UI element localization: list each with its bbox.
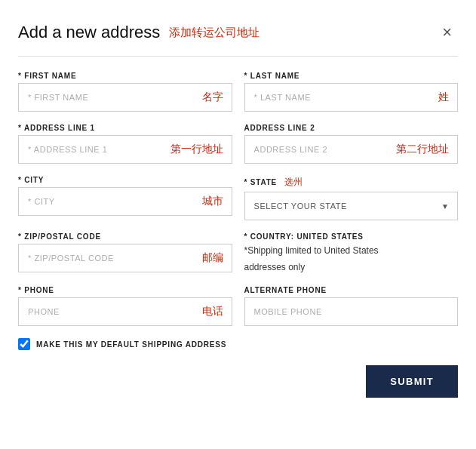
modal-header: Add a new address 添加转运公司地址 × [18, 21, 458, 57]
address-line1-input[interactable] [18, 135, 232, 164]
zip-label: * ZIP/POSTAL CODE [18, 232, 232, 241]
alternate-phone-label: ALTERNATE PHONE [244, 286, 459, 294]
city-input[interactable] [18, 187, 232, 216]
first-name-field: * FIRST NAME 名字 [18, 72, 232, 112]
close-button[interactable]: × [436, 21, 458, 44]
zip-field: * ZIP/POSTAL CODE 邮编 [18, 232, 232, 274]
first-name-input[interactable] [18, 83, 232, 112]
address-line2-input[interactable] [244, 135, 459, 164]
zip-input[interactable] [18, 244, 232, 272]
last-name-wrapper: 姓 [244, 83, 459, 112]
address-line1-field: * ADDRESS LINE 1 第一行地址 [18, 124, 232, 164]
country-section: * COUNTRY: UNITED STATES *Shipping limit… [244, 232, 459, 274]
address-line2-field: ADDRESS LINE 2 第二行地址 [244, 124, 459, 164]
last-name-label: * LAST NAME [244, 72, 459, 80]
state-select-wrapper: SELECT YOUR STATE Alabama Alaska Arizona… [244, 192, 459, 220]
country-label: * COUNTRY: UNITED STATES [244, 232, 459, 241]
address-line2-wrapper: 第二行地址 [244, 135, 459, 164]
phone-wrapper: 电话 [18, 297, 232, 326]
default-shipping-checkbox[interactable] [18, 338, 30, 350]
form-grid: * FIRST NAME 名字 * LAST NAME 姓 * ADDRESS … [18, 72, 458, 326]
phone-field: * PHONE 电话 [18, 286, 232, 326]
country-text-line1: *Shipping limited to United States [244, 244, 459, 257]
address-line1-wrapper: 第一行地址 [18, 135, 232, 164]
country-text-line2: addresses only [244, 260, 459, 274]
state-field: * STATE 选州 SELECT YOUR STATE Alabama Ala… [244, 176, 459, 220]
add-address-modal: Add a new address 添加转运公司地址 × * FIRST NAM… [0, 0, 476, 449]
modal-subtitle: 添加转运公司地址 [169, 26, 259, 40]
modal-title: Add a new address [18, 23, 160, 42]
first-name-wrapper: 名字 [18, 83, 232, 112]
footer-row: SUBMIT [18, 365, 458, 398]
address-line2-label: ADDRESS LINE 2 [244, 124, 459, 132]
zip-wrapper: 邮编 [18, 244, 232, 272]
alternate-phone-input[interactable] [244, 297, 459, 326]
city-wrapper: 城市 [18, 187, 232, 216]
city-field: * CITY 城市 [18, 176, 232, 220]
state-label: * STATE 选州 [244, 176, 459, 189]
last-name-field: * LAST NAME 姓 [244, 72, 459, 112]
title-group: Add a new address 添加转运公司地址 [18, 23, 259, 42]
city-label: * CITY [18, 176, 232, 184]
alternate-phone-wrapper [244, 297, 459, 326]
phone-input[interactable] [18, 297, 232, 326]
first-name-label: * FIRST NAME [18, 72, 232, 80]
address-line1-label: * ADDRESS LINE 1 [18, 124, 232, 132]
last-name-input[interactable] [244, 83, 459, 112]
phone-label: * PHONE [18, 286, 232, 294]
submit-button[interactable]: SUBMIT [366, 365, 458, 398]
state-select[interactable]: SELECT YOUR STATE Alabama Alaska Arizona… [244, 192, 459, 220]
default-shipping-label: MAKE THIS MY DEFAULT SHIPPING ADDRESS [36, 340, 226, 349]
default-shipping-row: MAKE THIS MY DEFAULT SHIPPING ADDRESS [18, 338, 458, 350]
alternate-phone-field: ALTERNATE PHONE [244, 286, 459, 326]
